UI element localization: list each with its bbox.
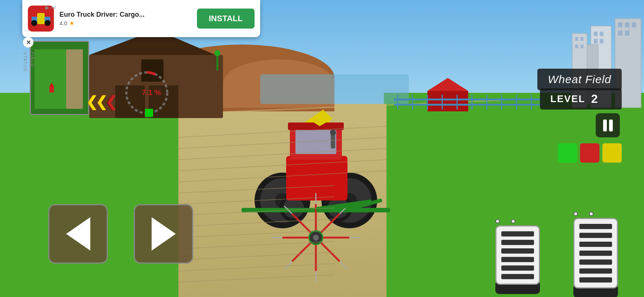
- red-color-button[interactable]: [580, 143, 599, 163]
- install-button[interactable]: INSTALL: [197, 9, 255, 29]
- gas-slot-4: [579, 251, 612, 256]
- ad-close-button[interactable]: ✕: [23, 37, 33, 48]
- pause-icon: [603, 120, 613, 131]
- gas-slot-7: [579, 277, 612, 283]
- svg-rect-96: [66, 49, 83, 109]
- ad-app-title: Euro Truck Driver: Cargo...: [59, 11, 191, 19]
- ad-star-icon: ★: [69, 20, 74, 27]
- steer-right-button[interactable]: [134, 204, 193, 264]
- game-viewport: 620 FIELD STATUS 7.1 % ❮ ❮: [0, 0, 644, 297]
- yellow-color-button[interactable]: [602, 143, 622, 163]
- ad-label: Ad: [51, 5, 55, 10]
- svg-point-104: [31, 20, 37, 26]
- brake-dot-left: [495, 219, 500, 223]
- brake-pedal[interactable]: [495, 219, 544, 286]
- level-number: 2: [591, 92, 599, 106]
- ad-play-icon: ▶: [45, 4, 49, 10]
- progress-text: 7.1 %: [142, 88, 161, 97]
- close-icon: ✕: [26, 39, 31, 46]
- color-buttons: [558, 143, 622, 163]
- svg-point-105: [45, 20, 51, 26]
- gas-slot-6: [579, 268, 612, 274]
- mountain2-background: [223, 59, 334, 108]
- pause-bar-left: [603, 120, 607, 131]
- ad-rating-value: 4.0: [59, 20, 67, 26]
- brake-slot-3: [501, 248, 534, 254]
- ad-banner: ▶ Ad Euro Truck Driver: Cargo... 4.0 ★ I…: [22, 0, 260, 37]
- brake-dot-right: [511, 219, 515, 223]
- right-arrow-icon: [152, 217, 176, 251]
- ad-sponsored-label: ▶ Ad: [45, 4, 55, 10]
- arrow-red-1: ❮: [106, 93, 118, 110]
- brake-slot-4: [501, 257, 534, 262]
- left-arrow-icon: [66, 217, 90, 251]
- brake-slot-2: [501, 240, 534, 245]
- gas-dot-right: [589, 212, 593, 216]
- steer-left-button[interactable]: [48, 204, 108, 264]
- mini-map-status-label: STATUS: [23, 52, 27, 72]
- green-color-button[interactable]: [558, 143, 577, 163]
- gas-slot-5: [579, 260, 612, 265]
- pause-button[interactable]: [596, 113, 620, 137]
- green-square-indicator: [145, 109, 153, 117]
- wheat-field-label: Wheat Field: [537, 69, 622, 90]
- mini-map-field-label: FIELD: [30, 52, 35, 67]
- brake-slot-5: [501, 265, 534, 271]
- gas-slot-1: [579, 224, 612, 229]
- grass-left: [0, 93, 178, 297]
- direction-arrows: ❮ ❮ ❮: [89, 93, 118, 110]
- svg-rect-97: [49, 87, 54, 92]
- brake-slot-1: [501, 231, 534, 236]
- gas-pedal[interactable]: [573, 212, 622, 286]
- gas-slot-3: [579, 242, 612, 247]
- level-text: LEVEL: [550, 93, 585, 105]
- pause-bar-right: [609, 120, 613, 131]
- mini-map: [30, 41, 89, 115]
- ad-info-section: Euro Truck Driver: Cargo... 4.0 ★: [59, 11, 191, 27]
- gas-pedal-body: [573, 218, 618, 288]
- ad-rating: 4.0 ★: [59, 20, 191, 27]
- svg-rect-103: [37, 13, 45, 24]
- level-display: LEVEL 2: [540, 88, 622, 110]
- brake-pedal-body: [495, 225, 540, 285]
- gas-dot-left: [573, 212, 578, 216]
- gas-slot-2: [579, 233, 612, 238]
- field-center: [178, 104, 386, 297]
- brake-slot-6: [501, 274, 534, 279]
